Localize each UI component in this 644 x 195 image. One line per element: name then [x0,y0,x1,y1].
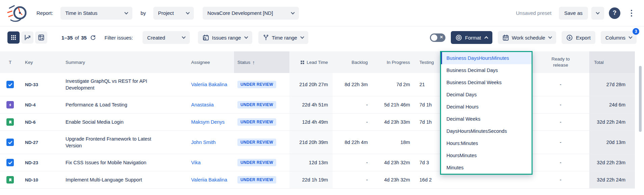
backlog-cell: 8d 22h 3m [333,73,372,96]
report-toolbar: 1–35 of 35 Filter issues: Created Issue [0,26,644,48]
display-toggle[interactable]: ✕ [430,33,445,42]
issues-range-button[interactable]: Issues range [198,31,252,44]
format-menu-item[interactable]: Decimal Days [441,89,532,101]
total-cell: 32d 22h 23m [589,154,635,171]
ready-to-release-cell: - [532,114,589,130]
format-menu-item[interactable]: Decimal Weeks [441,113,532,125]
in-progress-cell: 4d 23h 32m [372,171,415,188]
lead-time-cell: 21d 20h 27m [289,73,333,96]
backlog-cell: - [333,96,372,113]
assignee-link[interactable]: Vika [191,160,201,165]
eye-icon [456,34,462,41]
issue-key[interactable]: ND-27 [25,140,38,145]
chevron-down-icon [244,35,248,39]
chevron-down-icon [548,35,552,39]
lead-time-cell: 22d 4h 51m [289,96,333,113]
refresh-icon [90,35,96,41]
lead-time-cell: 12d 4h 49m [289,114,333,130]
chart-view-button[interactable] [21,31,33,44]
issue-key[interactable]: ND-33 [25,82,38,87]
table-row: ND-23 Fix CSS Issues for Mobile Navigati… [0,154,635,171]
report-label: Report: [36,10,53,16]
col-header-in-progress[interactable]: In Progress [372,51,415,73]
toggle-off-x-icon: ✕ [440,35,443,40]
backlog-cell: 8d 22h 4m [333,131,372,154]
export-button[interactable]: Export [562,31,595,44]
time-range-button[interactable]: Time range [258,31,308,44]
assignee-link[interactable]: John Smith [191,140,216,145]
format-menu-item[interactable]: Business Decimal Weeks [441,76,532,89]
table-header: T Key Summary Assignee Status ↑ Lead Tim… [0,51,635,73]
filter-field-select[interactable]: Created [143,31,190,44]
format-menu-item[interactable]: Business Decimal Days [441,64,532,76]
more-menu-button[interactable] [626,7,637,20]
group-by-select[interactable]: Project [153,7,194,20]
col-header-total[interactable]: Total [589,51,635,73]
format-menu-item[interactable]: Business DaysHoursMinutes [441,52,532,64]
issue-key[interactable]: ND-6 [25,120,36,125]
work-schedule-button[interactable]: Work schedule [498,31,557,44]
col-header-type[interactable]: T [0,51,20,73]
backlog-cell: - [333,154,372,171]
assignee-link[interactable]: Valeriia Bakalina [191,177,227,182]
issue-summary[interactable]: Implement Multi-Language Support [66,176,142,183]
table-body: ND-33 Investigate GraphQL vs REST for AP… [0,73,635,189]
col-header-status[interactable]: Status ↑ [234,51,289,73]
col-header-summary[interactable]: Summary [61,51,186,73]
ready-to-release-cell: - [532,171,589,188]
pivot-view-button[interactable] [35,31,47,44]
col-header-key[interactable]: Key [20,51,61,73]
filter-issues-label: Filter issues: [105,35,133,41]
format-menu-item[interactable]: Hours:Minutes [441,137,532,149]
format-menu-item[interactable]: HoursMinutes [441,149,532,162]
issue-key[interactable]: ND-10 [25,177,38,182]
col-header-lead-time[interactable]: Lead Time [289,51,333,73]
issue-summary[interactable]: Investigate GraphQL vs REST for API Deve… [66,78,166,92]
assignee-link[interactable]: Valeriia Bakalina [191,82,227,87]
save-as-button[interactable]: Save as [559,7,588,20]
ready-to-release-cell: - [532,154,589,171]
chevron-down-icon [596,10,599,14]
in-progress-cell: 4d 23h 32m [372,154,415,171]
in-progress-cell: 7d 2m [372,73,415,96]
col-header-backlog[interactable]: Backlog [333,51,372,73]
issue-key[interactable]: ND-4 [25,102,36,107]
report-type-select[interactable]: Time in Status [60,7,132,20]
issue-summary[interactable]: Enable Social Media Login [66,119,124,125]
lead-time-cell: 12d 13m [289,154,333,171]
in-progress-cell: 4d 23h 33m [372,114,415,130]
status-badge: UNDER REVIEW [237,118,276,126]
assignee-link[interactable]: Maksym Denys [191,119,225,125]
refresh-button[interactable] [90,35,96,41]
total-cell: 20d 13m [589,131,635,154]
format-menu-item[interactable]: DaysHoursMinutesSeconds [441,125,532,137]
save-as-dropdown-button[interactable] [591,7,604,20]
vertical-scrollbar[interactable] [638,51,642,193]
issue-summary[interactable]: Upgrade Frontend Framework to Latest Ver… [66,136,166,149]
issue-key[interactable]: ND-23 [25,160,38,165]
assignee-link[interactable]: Anastasiia [191,102,214,107]
view-switcher [7,31,47,44]
col-header-ready-to-release[interactable]: Ready to release [532,51,589,73]
app-header: Report: Time in Status by Project NovaCo… [0,0,644,26]
sort-ascending-icon: ↑ [252,59,255,65]
ready-to-release-cell: - [532,73,589,96]
columns-count-badge: 3 [633,28,639,35]
table-row: ND-33 Investigate GraphQL vs REST for AP… [0,73,635,96]
format-button[interactable]: Format [451,31,492,44]
status-badge: UNDER REVIEW [237,101,276,108]
columns-button[interactable]: Columns 3 [601,31,637,44]
total-cell: 32d 22h 24m [589,171,635,188]
table-view-button[interactable] [7,31,20,44]
format-menu-item[interactable]: Minutes [441,162,532,174]
scrollbar-thumb[interactable] [639,66,642,132]
help-button[interactable]: ? [609,7,620,19]
issue-summary[interactable]: Performance & Load Testing [66,101,127,108]
project-select[interactable]: NovaCore Development [ND] [203,7,299,20]
total-cell: 32d 22h 24m [589,114,635,130]
col-header-assignee[interactable]: Assignee [186,51,234,73]
format-menu-item[interactable]: Decimal Hours [441,101,532,113]
backlog-cell: - [333,171,372,188]
issue-summary[interactable]: Fix CSS Issues for Mobile Navigation [66,159,146,166]
format-menu: Business DaysHoursMinutes Business Decim… [440,51,533,175]
